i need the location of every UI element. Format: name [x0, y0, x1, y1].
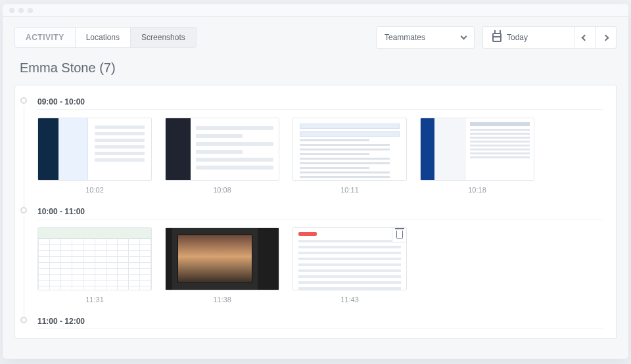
content-area: ACTIVITY Locations Screenshots Teammates…	[3, 17, 628, 359]
chevron-down-icon	[461, 34, 467, 40]
top-bar: ACTIVITY Locations Screenshots Teammates…	[14, 26, 617, 49]
timeline-line	[24, 106, 24, 210]
timeline-dot-icon	[20, 317, 27, 323]
timeline-dot-icon	[20, 207, 27, 214]
teammates-dropdown[interactable]: Teammates	[376, 26, 475, 49]
screenshot-item: 10:18	[420, 118, 534, 194]
chevron-right-icon	[603, 34, 609, 41]
timeline-line	[24, 216, 24, 319]
page-title: Emma Stone (7)	[20, 60, 617, 76]
screenshot-thumbnail[interactable]	[292, 118, 407, 181]
time-section: 10:00 - 11:0011:3111:3811:43	[34, 204, 603, 310]
screenshot-thumbnail[interactable]	[37, 118, 152, 181]
screenshot-list: 10:0210:0810:1110:18	[37, 110, 603, 200]
window-dot-icon	[28, 8, 33, 13]
screenshot-time: 10:18	[420, 186, 534, 194]
time-range-label: 11:00 - 12:00	[37, 314, 603, 329]
time-section: 11:00 - 12:00	[34, 314, 603, 329]
date-prev-button[interactable]	[574, 26, 596, 49]
screenshot-item: 11:43	[292, 227, 407, 304]
window-dot-icon	[9, 8, 14, 13]
date-next-button[interactable]	[596, 26, 617, 49]
trash-icon	[396, 231, 403, 239]
screenshot-time: 11:38	[165, 296, 279, 304]
screenshot-item: 11:38	[165, 227, 279, 304]
date-picker[interactable]: Today	[482, 26, 574, 49]
screenshot-time: 10:11	[292, 186, 407, 194]
date-picker-label: Today	[507, 33, 528, 42]
tab-activity[interactable]: ACTIVITY	[15, 28, 76, 47]
screenshot-thumbnail[interactable]	[292, 227, 407, 290]
date-range-group: Today	[482, 26, 617, 49]
time-section: 09:00 - 10:0010:0210:0810:1110:18	[34, 95, 603, 200]
screenshot-list: 11:3111:3811:43	[37, 219, 603, 310]
app-window: ACTIVITY Locations Screenshots Teammates…	[3, 4, 628, 359]
screenshot-time: 10:08	[165, 186, 279, 194]
timeline-dot-icon	[20, 97, 27, 104]
teammates-dropdown-label: Teammates	[385, 33, 425, 42]
tab-locations[interactable]: Locations	[76, 28, 131, 47]
window-chrome	[3, 4, 628, 17]
screenshot-thumbnail[interactable]	[420, 118, 534, 181]
screenshot-item: 10:08	[165, 118, 279, 194]
screenshot-time: 10:02	[37, 186, 152, 194]
screenshot-thumbnail[interactable]	[37, 227, 152, 290]
screenshot-time: 11:31	[37, 296, 152, 304]
screenshot-item: 10:02	[37, 118, 152, 194]
delete-screenshot-button[interactable]	[392, 227, 407, 242]
screenshot-item: 10:11	[292, 118, 407, 194]
time-range-label: 10:00 - 11:00	[37, 204, 603, 219]
screenshots-panel: 09:00 - 10:0010:0210:0810:1110:1810:00 -…	[14, 85, 617, 339]
screenshot-thumbnail[interactable]	[165, 118, 279, 181]
view-tabs: ACTIVITY Locations Screenshots	[14, 27, 197, 48]
chevron-left-icon	[582, 34, 588, 41]
screenshot-thumbnail[interactable]	[165, 227, 279, 290]
screenshot-time: 11:43	[292, 296, 407, 304]
calendar-icon	[492, 33, 502, 42]
tab-screenshots[interactable]: Screenshots	[131, 28, 196, 47]
screenshot-item: 11:31	[37, 227, 152, 304]
time-range-label: 09:00 - 10:00	[37, 95, 603, 110]
window-dot-icon	[18, 8, 24, 13]
